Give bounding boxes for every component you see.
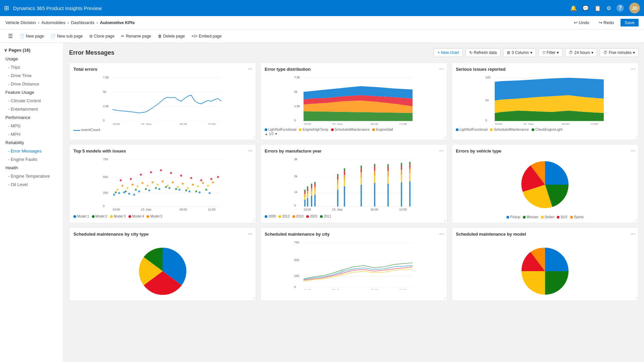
breadcrumb-item-0[interactable]: Vehicle Division — [5, 20, 36, 25]
content-area: Error Messages + New chart ↻ Refresh dat… — [64, 43, 644, 362]
save-button[interactable]: Save — [621, 19, 639, 26]
redo-icon: ↪ — [599, 20, 602, 25]
chart-more-top5[interactable]: ··· — [248, 148, 253, 154]
chart-svg-model-pie — [515, 239, 575, 296]
svg-text:5k: 5k — [103, 90, 106, 94]
help-icon[interactable]: ? — [616, 4, 624, 12]
breadcrumb-item-2[interactable]: Dashboards — [71, 20, 94, 25]
chart-more-year[interactable]: ··· — [439, 148, 444, 154]
chart-more-error-type[interactable]: ··· — [439, 66, 444, 72]
sidebar-item-feature-usage[interactable]: Feature Usage — [0, 88, 63, 97]
app-grid-icon[interactable]: ⊞ — [4, 4, 9, 12]
clone-page-button[interactable]: ⧉ Clone page — [87, 33, 117, 40]
svg-rect-144 — [344, 168, 345, 171]
page-title: Error Messages — [69, 49, 114, 56]
chart-resize-handle-2[interactable]: ⤢ — [444, 135, 446, 139]
breadcrumb-item-1[interactable]: Automobiles — [41, 20, 65, 25]
svg-point-75 — [147, 185, 149, 187]
svg-rect-166 — [409, 174, 411, 181]
svg-rect-116 — [304, 196, 306, 200]
svg-rect-143 — [344, 171, 345, 175]
chart-more-vehicle[interactable]: ··· — [631, 148, 635, 154]
new-sub-page-button[interactable]: 📄 New sub page — [48, 33, 86, 40]
sidebar-item-health[interactable]: Health — [0, 164, 63, 172]
svg-text:750: 750 — [103, 158, 108, 161]
svg-rect-150 — [374, 183, 375, 206]
new-page-button[interactable]: 📄 New page — [17, 33, 47, 40]
clone-icon: ⧉ — [90, 34, 93, 39]
chart-title-error-type: Error type distribution — [265, 67, 443, 72]
svg-rect-115 — [304, 200, 306, 206]
chart-more-city[interactable]: ··· — [439, 231, 444, 237]
chart-resize-handle-9[interactable]: ⤢ — [635, 296, 638, 300]
sidebar-item-climate-control[interactable]: - Climate Control — [0, 97, 63, 105]
settings-icon[interactable]: ⚙ — [606, 5, 611, 11]
svg-point-70 — [195, 190, 197, 192]
sidebar-item-entertainment[interactable]: - Entertainment — [0, 105, 63, 113]
chart-resize-handle-8[interactable]: ⤢ — [444, 296, 446, 300]
svg-rect-156 — [387, 176, 389, 184]
sidebar-item-drive-time[interactable]: - Drive Time — [0, 71, 63, 80]
svg-rect-136 — [337, 184, 338, 190]
svg-point-98 — [172, 181, 174, 183]
refresh-data-button[interactable]: ↻ Refresh data — [466, 48, 501, 57]
chart-legend-error-type: LightNotFunctional EngineHighTemp Schedu… — [265, 128, 443, 131]
rename-page-button[interactable]: ✏ Rename page — [118, 33, 154, 40]
svg-point-77 — [167, 185, 169, 187]
undo-button[interactable]: ↩ Undo — [571, 19, 592, 26]
svg-text:0: 0 — [294, 204, 296, 207]
sidebar-item-mph[interactable]: - MPH — [0, 130, 63, 138]
svg-text:7.5k: 7.5k — [294, 76, 300, 79]
sidebar-section-header[interactable]: ∨ Pages (16) — [0, 46, 63, 55]
sidebar-item-drive-distance[interactable]: - Drive Distance — [0, 80, 63, 88]
chart-resize-handle-3[interactable]: ⤢ — [635, 135, 638, 139]
chart-resize-handle-4[interactable]: ⤢ — [253, 219, 255, 222]
chart-more-model[interactable]: ··· — [631, 231, 635, 237]
filter-button[interactable]: ▽ Filter ▾ — [539, 48, 563, 57]
user-avatar[interactable]: JD — [629, 3, 640, 13]
sidebar-item-performance[interactable]: Performance — [0, 113, 63, 122]
svg-rect-128 — [311, 186, 312, 188]
svg-point-99 — [182, 183, 184, 185]
column-layout-button[interactable]: ⊞ 3 Column ▾ — [503, 48, 536, 57]
bell-icon[interactable]: 🔔 — [570, 5, 577, 11]
chart-more-serious-issues[interactable]: ··· — [631, 66, 635, 72]
chart-resize-handle[interactable]: ⤢ — [253, 135, 255, 139]
chart-more-total-errors[interactable]: ··· — [248, 66, 253, 72]
svg-point-72 — [116, 189, 118, 191]
svg-text:2.5k: 2.5k — [103, 105, 109, 108]
sidebar-item-trips[interactable]: - Trips — [0, 63, 63, 71]
refresh-interval-button[interactable]: ⏱ Five minutes ▾ — [600, 48, 639, 57]
sidebar-item-mpg[interactable]: - MPG — [0, 122, 63, 130]
hamburger-button[interactable]: ☰ — [5, 32, 15, 41]
chart-pagination[interactable]: ▲ 1/3 ▼ — [265, 132, 443, 136]
sidebar-item-engine-faults[interactable]: - Engine Faults — [0, 155, 63, 164]
chart-resize-handle-5[interactable]: ⤢ — [444, 219, 446, 222]
svg-point-76 — [157, 184, 159, 186]
svg-rect-126 — [311, 191, 312, 196]
new-chart-button[interactable]: + New chart — [434, 48, 463, 57]
time-range-button[interactable]: ⏱ 24 hours ▾ — [565, 48, 597, 57]
sidebar-item-reliability[interactable]: Reliability — [0, 138, 63, 147]
chart-resize-handle-6[interactable]: ⤢ — [635, 219, 638, 222]
sidebar-item-engine-temperature[interactable]: - Engine Temperature — [0, 172, 63, 180]
redo-button[interactable]: ↪ Redo — [596, 19, 617, 26]
sidebar-item-oil-level[interactable]: - Oil Level — [0, 180, 63, 189]
svg-point-82 — [120, 179, 122, 181]
delete-page-button[interactable]: 🗑 Delete page — [155, 33, 188, 40]
chat-icon[interactable]: 💬 — [582, 5, 589, 11]
svg-text:0: 0 — [294, 119, 296, 122]
chart-more-city-type[interactable]: ··· — [248, 231, 253, 237]
content-header: Error Messages + New chart ↻ Refresh dat… — [69, 48, 639, 57]
svg-point-59 — [189, 190, 191, 192]
svg-rect-168 — [409, 165, 411, 169]
chart-resize-handle-7[interactable]: ⤢ — [253, 296, 255, 300]
filter-chevron-icon: ▾ — [557, 50, 559, 55]
svg-rect-154 — [374, 164, 375, 167]
sidebar-item-error-messages[interactable]: - Error Messages — [0, 147, 63, 155]
chevron-collapse-icon: ∨ — [4, 48, 7, 53]
svg-point-97 — [162, 180, 164, 182]
feedback-icon[interactable]: 📋 — [594, 5, 601, 11]
sidebar-item-usage[interactable]: Usage — [0, 55, 63, 63]
embed-page-button[interactable]: </> Embed page — [189, 33, 224, 40]
